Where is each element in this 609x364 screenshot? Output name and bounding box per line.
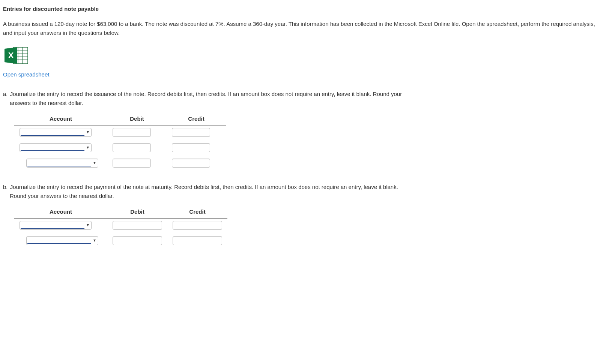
header-account: Account [14, 113, 107, 126]
account-select-a2[interactable] [20, 143, 92, 152]
header-debit: Debit [107, 113, 167, 126]
credit-input-b2[interactable] [173, 236, 222, 245]
open-spreadsheet-link[interactable]: Open spreadsheet [3, 70, 606, 79]
question-a-text-line1: Journalize the entry to record the issua… [10, 91, 402, 97]
debit-input-a3[interactable] [113, 159, 151, 168]
excel-icon[interactable]: X [3, 46, 30, 64]
credit-input-a3[interactable] [172, 159, 210, 168]
intro-paragraph: A business issued a 120-day note for $63… [3, 19, 606, 37]
credit-input-b1[interactable] [173, 221, 222, 230]
header-account-b: Account [14, 206, 107, 219]
question-a-letter: a. [3, 91, 8, 97]
debit-input-a1[interactable] [113, 128, 151, 137]
svg-text:X: X [8, 51, 14, 60]
journal-table-b: Account Debit Credit [14, 206, 227, 250]
header-credit-b: Credit [167, 206, 227, 219]
page-title: Entries for discounted note payable [3, 4, 606, 13]
debit-input-b1[interactable] [113, 221, 162, 230]
header-credit: Credit [167, 113, 226, 126]
question-b-letter: b. [3, 184, 8, 190]
credit-input-a1[interactable] [172, 128, 210, 137]
account-select-a3[interactable] [26, 159, 98, 168]
account-select-a1[interactable] [20, 128, 92, 137]
credit-input-a2[interactable] [172, 143, 210, 152]
question-a: a. Journalize the entry to record the is… [3, 90, 606, 108]
table-row [14, 157, 226, 172]
table-row [14, 126, 226, 142]
question-b-text-line1: Journalize the entry to record the payme… [10, 184, 398, 190]
question-a-text-line2: answers to the nearest dollar. [10, 99, 606, 108]
header-debit-b: Debit [107, 206, 167, 219]
debit-input-a2[interactable] [113, 143, 151, 152]
account-select-b2[interactable] [26, 236, 98, 245]
table-row [14, 234, 227, 250]
journal-table-a: Account Debit Credit [14, 113, 226, 172]
debit-input-b2[interactable] [113, 236, 162, 245]
account-select-b1[interactable] [20, 221, 92, 230]
table-row [14, 219, 227, 235]
question-b: b. Journalize the entry to record the pa… [3, 183, 606, 201]
question-b-text-line2: Round your answers to the nearest dollar… [10, 192, 606, 201]
table-row [14, 141, 226, 157]
